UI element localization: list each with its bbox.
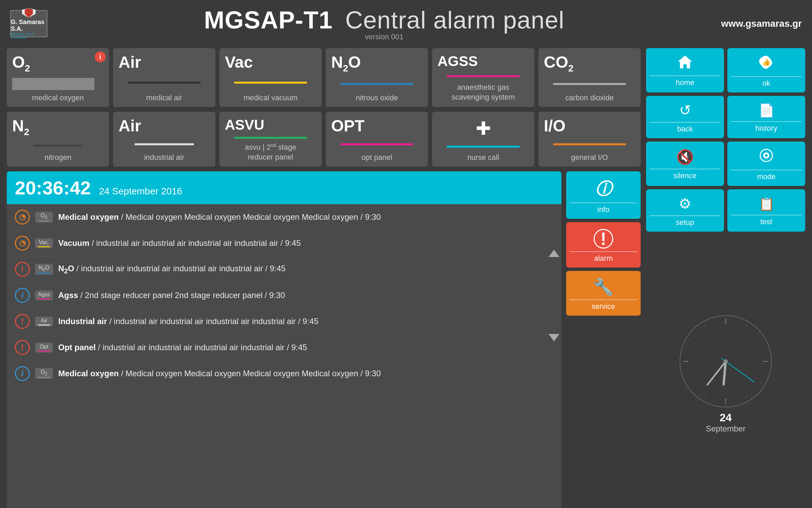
gas-card-co2[interactable]: CO2 carbon dioxide [538,48,641,107]
alarm-label: alarm [570,251,637,263]
gas-title-agss: AGSS [437,54,478,68]
gas-label-nurse: nurse call [437,153,529,162]
clock-col: 24 September [646,235,805,508]
gas-grid: O2 i medical oxygen Air medical air Vac [7,48,641,107]
test-label: test [731,215,802,226]
gas-line-area-agss [437,70,529,83]
version-label: version 001 [47,33,721,41]
alarm-tag-line-2 [38,246,50,247]
gas-card-n2o[interactable]: N2O nitrous oxide [326,48,428,107]
gas-label-agss: anaesthetic gasscavenging system [437,83,529,102]
test-icon: 📋 [758,196,774,211]
gas-line-area-io [544,135,635,153]
gas-card-opt[interactable]: OPT opt panel [326,112,428,167]
gas-line-air-medical [128,82,201,84]
ok-label: ok [731,76,802,88]
alarm-icon: ! [594,229,613,249]
alarm-text-2: Vacuum / industrial air industrial air i… [58,238,553,248]
clock-date: 24 September [706,411,745,433]
svg-marker-0 [678,56,692,68]
test-button[interactable]: 📋 test [727,189,805,232]
history-label: history [731,121,802,133]
silence-icon: 🔇 [676,149,694,165]
alarm-icon-7: i [15,366,30,381]
gas-line-area-vac [225,72,316,93]
alarm-tag-line-6 [38,351,50,352]
silence-label: silence [649,169,721,180]
alarm-icon-2: ◔ [15,236,30,251]
gas-line-nurse [447,146,520,148]
gas-line-agss [447,75,520,77]
scroll-down[interactable] [549,334,559,341]
gas-label-asvu: asvu | 2nd stagereducer panel [225,142,316,162]
gas-card-nurse[interactable]: ✚ nurse call [432,112,534,167]
gas-title-asvu: ASVU [225,118,264,132]
mode-button[interactable]: mode [727,142,805,186]
clock-face [678,314,773,409]
svg-point-4 [765,154,768,157]
setup-button[interactable]: ⚙ setup [646,189,724,232]
gas-title-io: I/O [544,118,565,134]
service-button[interactable]: 🔧 service [566,271,641,316]
service-label: service [570,299,637,311]
ok-button[interactable]: 👍 ok [727,48,805,92]
mode-label: mode [731,170,802,181]
gas-card-air-industrial[interactable]: Air industrial air [113,112,215,167]
alarm-scroll [547,204,561,386]
header: G. Samaras S.A. MEDICAL GAS SYSTEMS MGSA… [0,0,812,45]
gas-label-air-industrial: industrial air [119,153,210,162]
gas-card-asvu[interactable]: ASVU asvu | 2nd stagereducer panel [219,112,322,167]
alarm-icon-5: ! [15,314,30,329]
alarm-row: ! Air Industrial air / industrial air in… [7,309,561,335]
history-button[interactable]: 📄 history [727,96,805,138]
alarm-tag-line-5 [38,324,50,325]
gas-title-air-medical: Air [119,54,141,70]
home-label: home [649,76,721,87]
logo-box: G. Samaras S.A. MEDICAL GAS SYSTEMS [10,10,47,37]
gas-line-area-co2 [544,75,635,93]
back-button[interactable]: ↺ back [646,96,724,138]
alarm-date: 24 September 2016 [99,186,182,197]
gas-label-io: general I/O [544,153,635,162]
gas-line-n2o [340,83,413,85]
back-icon: ↺ [679,102,691,119]
gas-line-co2 [553,83,626,85]
gas-label-air-medical: medical air [119,93,210,102]
setup-icon: ⚙ [679,195,691,212]
alarm-tag-5: Air [35,317,53,326]
alarm-row: ! Opt Opt panel / industrial air industr… [7,335,561,361]
gas-card-agss[interactable]: AGSS anaesthetic gasscavenging system [432,48,534,107]
alarm-tag-line-4 [38,298,50,299]
clock-month: September [706,424,745,433]
scroll-up[interactable] [549,250,559,257]
gas-label-n2o: nitrous oxide [331,93,423,102]
logo-sub: MEDICAL GAS SYSTEMS [11,33,47,39]
home-button[interactable]: home [646,48,724,92]
gas-card-vac[interactable]: Vac medical vacuum [219,48,322,107]
alarm-time: 20:36:42 [15,177,91,199]
gas-line-area-n2o [331,75,423,93]
gas-card-n2[interactable]: N2 nitrogen [7,112,109,167]
info-button[interactable]: ⓘ info [566,171,641,219]
alarm-button[interactable]: ! alarm [566,222,641,268]
gas-line-opt [340,143,413,145]
alarm-tag-7: O2 [35,368,53,379]
nurse-icon: ✚ [476,118,491,139]
silence-button[interactable]: 🔇 silence [646,142,724,186]
alarm-tag-line-7 [38,377,50,378]
alarm-text-1: Medical oxygen / Medical oxygen Medical … [58,212,553,222]
gas-card-io[interactable]: I/O general I/O [538,112,641,167]
gas-card-air-medical[interactable]: Air medical air [113,48,215,107]
gas-line-area-n2 [12,138,104,153]
alarm-tag-6: Opt [35,343,53,353]
gas-line-air-industrial [134,143,194,145]
alarm-tag-1: O2 [35,212,53,223]
app-title: MGSAP-T1 Central alarm panel [47,6,721,34]
gas-line-area-nurse [437,141,529,153]
alarm-row: ! N2O N2O / industrial air industrial ai… [7,256,561,282]
gas-card-o2[interactable]: O2 i medical oxygen [7,48,109,107]
logo-company: G. Samaras S.A. [11,19,47,33]
header-title: MGSAP-T1 Central alarm panel version 001 [47,6,721,41]
alarm-tag-4: Agss [35,291,53,300]
gas-label-n2: nitrogen [12,153,104,162]
